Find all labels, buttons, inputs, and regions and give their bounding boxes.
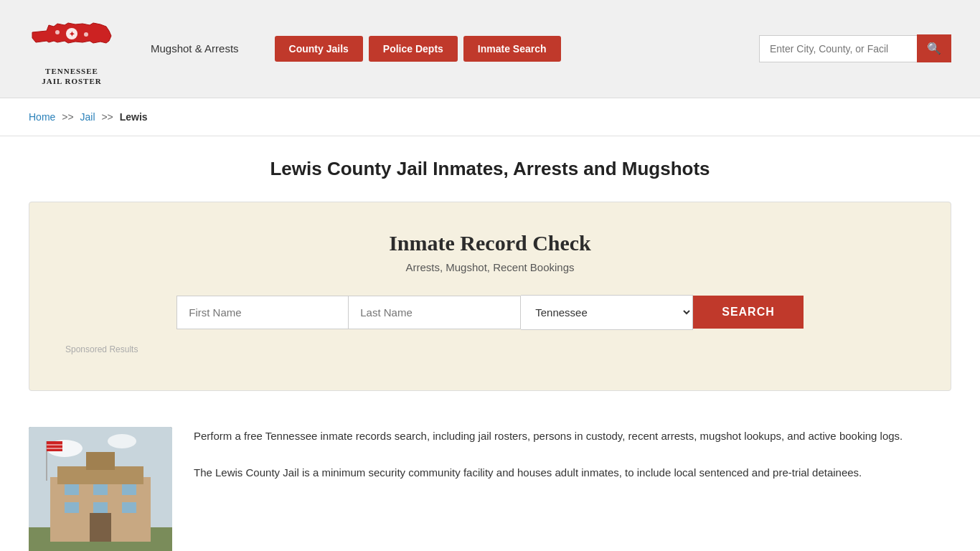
breadcrumb: Home >> Jail >> Lewis	[0, 98, 980, 136]
breadcrumb-home[interactable]: Home	[29, 111, 55, 123]
mugshot-arrests-link[interactable]: Mugshot & Arrests	[151, 42, 239, 55]
svg-point-2	[55, 30, 60, 34]
svg-point-3	[84, 32, 88, 37]
breadcrumb-jail[interactable]: Jail	[80, 111, 95, 123]
inmate-search-submit[interactable]: SEARCH	[693, 296, 804, 329]
header-search: 🔍	[759, 34, 951, 62]
state-select[interactable]: Alabama Alaska Arizona Arkansas Californ…	[521, 295, 693, 330]
county-jails-button[interactable]: County Jails	[275, 36, 363, 62]
header-search-button[interactable]: 🔍	[917, 34, 951, 62]
header-search-input[interactable]	[759, 35, 917, 62]
inmate-search-button[interactable]: Inmate Search	[463, 36, 561, 62]
svg-rect-16	[122, 502, 136, 513]
description-paragraph-1: Perform a free Tennessee inmate records …	[194, 427, 951, 446]
svg-rect-17	[90, 513, 111, 542]
police-depts-button[interactable]: Police Depts	[369, 36, 458, 62]
nav-buttons: County Jails Police Depts Inmate Search	[275, 36, 561, 62]
bottom-section: Perform a free Tennessee inmate records …	[29, 420, 951, 551]
svg-rect-12	[93, 484, 108, 495]
svg-text:✦: ✦	[69, 30, 75, 38]
breadcrumb-sep-1: >>	[62, 111, 73, 123]
record-check-title: Inmate Record Check	[65, 231, 915, 255]
record-check-subtitle: Arrests, Mugshot, Recent Bookings	[65, 261, 915, 273]
svg-point-6	[108, 434, 136, 448]
breadcrumb-sep-2: >>	[101, 111, 113, 123]
jail-image	[29, 427, 172, 551]
svg-rect-19	[47, 441, 62, 451]
breadcrumb-current: Lewis	[120, 111, 148, 123]
last-name-input[interactable]	[349, 296, 521, 329]
description-text: Perform a free Tennessee inmate records …	[194, 427, 951, 482]
page-title: Lewis County Jail Inmates, Arrests and M…	[29, 158, 951, 180]
svg-rect-14	[65, 502, 79, 513]
logo-text: TENNESSEE JAIL ROSTER	[42, 66, 101, 87]
svg-rect-11	[65, 484, 79, 495]
main-content: Lewis County Jail Inmates, Arrests and M…	[0, 136, 980, 551]
svg-rect-15	[93, 502, 108, 513]
site-header: ✦ TENNESSEE JAIL ROSTER Mugshot & Arrest…	[0, 0, 980, 98]
description-paragraph-2: The Lewis County Jail is a minimum secur…	[194, 463, 951, 482]
svg-marker-10	[86, 452, 115, 470]
first-name-input[interactable]	[176, 296, 349, 329]
svg-rect-13	[122, 484, 136, 495]
sponsored-label: Sponsored Results	[65, 344, 915, 354]
inmate-search-form: Alabama Alaska Arizona Arkansas Californ…	[65, 295, 915, 330]
site-logo[interactable]: ✦ TENNESSEE JAIL ROSTER	[29, 11, 115, 87]
record-check-box: Inmate Record Check Arrests, Mugshot, Re…	[29, 202, 951, 391]
